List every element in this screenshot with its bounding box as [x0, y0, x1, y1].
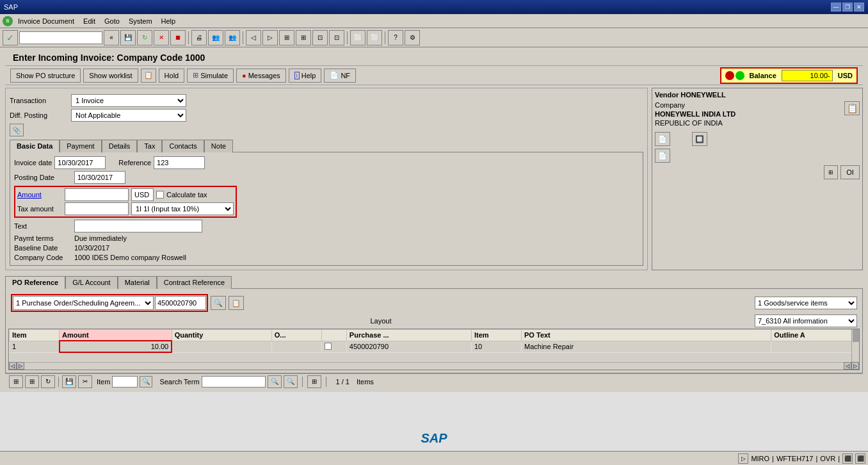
stop-button[interactable]: ⏹: [170, 30, 186, 45]
po-btn-1[interactable]: 🔍: [211, 296, 226, 310]
vendor-btn-3[interactable]: 📄: [655, 149, 670, 163]
layout-select[interactable]: 7_6310 All information: [755, 314, 857, 327]
help-action-button[interactable]: i Help: [289, 69, 322, 83]
currency-input[interactable]: [131, 188, 154, 201]
scroll-right-btn[interactable]: ▷: [17, 362, 24, 370]
restore-button[interactable]: ❐: [842, 3, 853, 12]
po-type-select[interactable]: 1 Purchase Order/Scheduling Agreem...: [13, 296, 154, 310]
btn-3[interactable]: 👥: [225, 30, 240, 45]
horizontal-scrollbar[interactable]: ◁ ▷ ◁ ▷: [9, 362, 859, 370]
tax-amount-input[interactable]: [65, 202, 129, 215]
bottom-btn-3[interactable]: ↻: [41, 375, 55, 388]
save-button[interactable]: 💾: [120, 30, 136, 45]
cell-quantity[interactable]: [172, 341, 271, 352]
simulate-button[interactable]: ⊞ Simulate: [187, 69, 234, 83]
tab-basic-data[interactable]: Basic Data: [10, 140, 60, 152]
po-number-input[interactable]: [155, 296, 206, 310]
tab-details[interactable]: Details: [102, 140, 138, 152]
minimize-button[interactable]: —: [831, 3, 841, 12]
btn-5[interactable]: ▷: [262, 30, 278, 45]
btn-9[interactable]: ⊡: [329, 30, 344, 45]
tab-note[interactable]: Note: [204, 140, 233, 152]
menu-edit[interactable]: Edit: [79, 16, 99, 26]
scroll-left2-btn[interactable]: ◁: [844, 362, 851, 370]
btn-6[interactable]: ⊞: [279, 30, 294, 45]
tab-contacts[interactable]: Contacts: [162, 140, 204, 152]
search-btn-1[interactable]: 🔍: [268, 375, 282, 388]
scroll-left-btn[interactable]: ◁: [9, 362, 17, 370]
grid-empty-row: [10, 352, 859, 361]
tax-code-select[interactable]: 1I 1I (Input tax 10%): [131, 202, 234, 215]
bottom-btn-4[interactable]: 💾: [62, 375, 76, 388]
grid-area: Item Amount Quantity O... Purchase ... I…: [8, 329, 860, 370]
invoice-date-input[interactable]: [54, 156, 106, 169]
settings-button[interactable]: ⚙: [405, 30, 420, 45]
status-btn-2[interactable]: ⬛: [842, 453, 853, 464]
cell-amount[interactable]: 10.00: [60, 341, 172, 352]
status-btn-3[interactable]: ⬛: [855, 453, 865, 464]
tab-tax[interactable]: Tax: [137, 140, 162, 152]
btn-10[interactable]: ⬜: [350, 30, 366, 45]
calculate-tax-checkbox[interactable]: [156, 191, 164, 199]
show-po-structure-button[interactable]: Show PO structure: [10, 69, 81, 83]
balance-value-input[interactable]: [782, 70, 833, 81]
grid-view-btn[interactable]: ⊞: [307, 375, 321, 388]
reference-input[interactable]: [154, 156, 205, 169]
amount-input[interactable]: [65, 188, 129, 201]
attachment-button[interactable]: 📎: [10, 124, 24, 136]
menu-help[interactable]: Help: [157, 16, 180, 26]
btn-11[interactable]: ⬜: [367, 30, 382, 45]
menu-goto[interactable]: Goto: [100, 16, 124, 26]
btn-8[interactable]: ⊡: [312, 30, 328, 45]
vendor-btn-2[interactable]: 🔲: [692, 132, 707, 146]
search-btn-2[interactable]: 🔍: [284, 375, 298, 388]
vendor-btn-1[interactable]: 📄: [655, 132, 670, 146]
cancel-button[interactable]: ✕: [154, 30, 169, 45]
show-worklist-button[interactable]: Show worklist: [83, 69, 138, 83]
vendor-address-button[interactable]: 📋: [844, 101, 860, 115]
copy-icon-button[interactable]: 📋: [141, 69, 156, 83]
refresh-button[interactable]: ↻: [137, 30, 152, 45]
scroll-right2-btn[interactable]: ▷: [851, 362, 859, 370]
tab-material[interactable]: Material: [118, 276, 157, 289]
btn-4[interactable]: ◁: [246, 30, 261, 45]
bottom-btn-5[interactable]: ✂: [78, 375, 92, 388]
status-btn-1[interactable]: ▷: [738, 453, 748, 464]
vendor-country: REPUBLIC OF INDIA: [655, 119, 842, 127]
hold-button[interactable]: Hold: [159, 69, 185, 83]
bottom-btn-1[interactable]: ⊞: [9, 375, 23, 388]
menu-system[interactable]: System: [125, 16, 156, 26]
vertical-scrollbar[interactable]: [851, 329, 859, 362]
transaction-select[interactable]: 1 Invoice: [71, 94, 186, 107]
items-label: Items: [357, 378, 374, 386]
po-btn-2[interactable]: 📋: [229, 296, 244, 310]
search-term-input[interactable]: [202, 376, 266, 388]
bottom-btn-2[interactable]: ⊞: [25, 375, 39, 388]
goods-service-select[interactable]: 1 Goods/service items: [755, 297, 857, 309]
vendor-oi-button[interactable]: OI: [840, 165, 860, 179]
menu-invoice-document[interactable]: Invoice Document: [14, 16, 78, 26]
messages-button[interactable]: ● Messages: [236, 69, 286, 83]
back-button[interactable]: ✓: [3, 30, 18, 45]
vendor-grid-button[interactable]: ⊞: [824, 165, 838, 179]
btn-7[interactable]: ⊞: [296, 30, 311, 45]
nav-prev-button[interactable]: «: [104, 30, 119, 45]
posting-date-input[interactable]: [74, 171, 125, 184]
tab-gl-account[interactable]: G/L Account: [65, 276, 118, 289]
search-icon-btn[interactable]: 🔍: [140, 376, 152, 388]
nav-input[interactable]: [19, 31, 102, 44]
transaction-label: Transaction: [10, 97, 67, 104]
tab-payment[interactable]: Payment: [60, 140, 101, 152]
help-toolbar-button[interactable]: ?: [388, 30, 403, 45]
page-title: Enter Incoming Invoice: Company Code 100…: [13, 53, 205, 63]
item-input[interactable]: [112, 376, 138, 388]
print-button[interactable]: 🖨: [191, 30, 207, 45]
btn-2[interactable]: 👥: [208, 30, 223, 45]
tab-contract-reference[interactable]: Contract Reference: [157, 276, 232, 289]
diff-posting-select[interactable]: Not Applicable: [71, 109, 186, 122]
col-quantity: Quantity: [172, 330, 271, 341]
close-button[interactable]: ✕: [854, 3, 864, 12]
nf-button[interactable]: 📄 NF: [324, 69, 356, 83]
text-input[interactable]: [74, 220, 202, 232]
tab-po-reference[interactable]: PO Reference: [5, 276, 65, 289]
